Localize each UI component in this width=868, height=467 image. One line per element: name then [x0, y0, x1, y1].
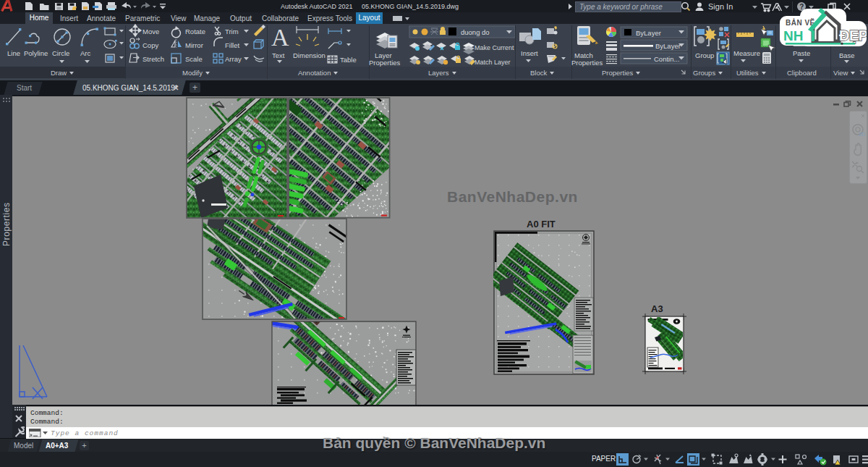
svg-text:Table: Table — [340, 56, 357, 64]
svg-text:Paste: Paste — [793, 49, 810, 57]
svg-text:Polyline: Polyline — [24, 49, 48, 57]
svg-text:Line: Line — [7, 49, 20, 57]
svg-text:Insert: Insert — [521, 49, 538, 57]
svg-text:A: A — [271, 24, 289, 51]
svg-text:BẢN VẼ: BẢN VẼ — [786, 18, 815, 27]
svg-text:ByLayer: ByLayer — [636, 29, 661, 37]
svg-text:Scale: Scale — [185, 55, 203, 63]
svg-text:Group: Group — [695, 51, 714, 59]
svg-text:Properties: Properties — [369, 59, 401, 67]
svg-text:Base: Base — [839, 51, 855, 59]
svg-text:Stretch: Stretch — [142, 55, 164, 63]
svg-text:Rotate: Rotate — [185, 28, 205, 35]
svg-text:Make Current: Make Current — [475, 44, 514, 51]
svg-text:Trim: Trim — [225, 28, 239, 35]
svg-text:Mirror: Mirror — [185, 41, 203, 49]
svg-text:Dimension: Dimension — [293, 51, 326, 59]
svg-text:Array: Array — [225, 55, 242, 63]
svg-text:NH: NH — [783, 28, 803, 43]
svg-text:Match Layer: Match Layer — [475, 59, 511, 66]
svg-text:Sign In: Sign In — [708, 2, 733, 11]
svg-text:Circle: Circle — [52, 49, 69, 57]
svg-text:duong do: duong do — [461, 28, 490, 36]
svg-text:Copy: Copy — [142, 41, 158, 49]
svg-text:Text: Text — [272, 51, 285, 59]
svg-text:Move: Move — [142, 28, 159, 35]
svg-text:Fillet: Fillet — [225, 41, 239, 49]
svg-text:ByLayer: ByLayer — [655, 42, 681, 50]
svg-text:Contin...: Contin... — [654, 55, 679, 63]
svg-text:ĐẸP: ĐẸP — [839, 28, 867, 43]
svg-text:Properties: Properties — [571, 59, 603, 67]
svg-text:Measure: Measure — [733, 49, 760, 57]
svg-text:Arc: Arc — [80, 49, 91, 57]
svg-text:2D: 2D — [859, 132, 865, 137]
